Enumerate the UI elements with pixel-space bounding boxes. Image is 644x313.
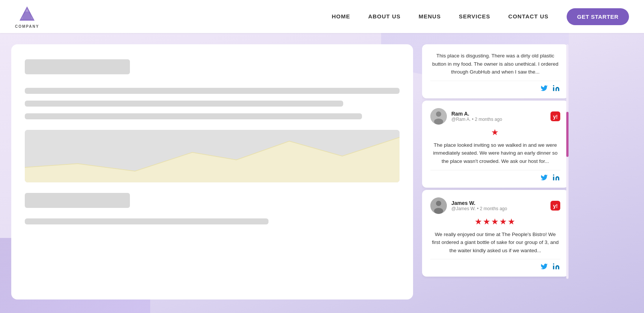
reviewer-name-2: Ram A. — [451, 111, 502, 117]
nav-item-about[interactable]: ABOUT US — [368, 13, 400, 20]
logo-label: COMPANY — [15, 24, 39, 29]
reviewer-details-3: James W. @James W. • 2 months ago — [451, 200, 507, 211]
skeleton-line-3 — [25, 113, 362, 119]
logo-icon — [18, 5, 36, 24]
twitter-icon-2[interactable] — [540, 173, 548, 182]
linkedin-icon-1[interactable] — [552, 84, 560, 92]
nav-item-contact[interactable]: CONTACT US — [508, 13, 549, 20]
review-card-1: This place is disgusting. There was a di… — [422, 44, 569, 98]
reviewer-handle-2: @Ram A. • 2 months ago — [451, 117, 502, 122]
logo[interactable]: COMPANY — [15, 5, 39, 29]
review-header-2: Ram A. @Ram A. • 2 months ago y! — [430, 108, 560, 125]
reviewer-details-2: Ram A. @Ram A. • 2 months ago — [451, 111, 502, 122]
yelp-icon-3: y! — [550, 201, 560, 211]
scroll-thumb[interactable] — [566, 112, 569, 157]
svg-point-14 — [434, 208, 443, 214]
twitter-icon-1[interactable] — [540, 84, 548, 92]
chart-svg — [25, 130, 400, 182]
nav-item-menus[interactable]: MENUS — [419, 13, 441, 20]
skeleton-title-1 — [25, 59, 130, 74]
svg-point-13 — [436, 201, 441, 206]
linkedin-icon-3[interactable] — [552, 262, 560, 271]
navbar: COMPANY HOME ABOUT US MENUS SERVICES CON… — [0, 0, 644, 33]
review-card-3: James W. @James W. • 2 months ago y! ★★★… — [422, 190, 569, 277]
scroll-track — [566, 44, 569, 279]
twitter-icon-3[interactable] — [540, 262, 548, 271]
skeleton-line-1 — [25, 88, 400, 94]
nav-item-home[interactable]: HOME — [332, 13, 350, 20]
review-text-1: This place is disgusting. There was a di… — [430, 52, 560, 76]
reviews-panel: This place is disgusting. There was a di… — [422, 44, 569, 279]
svg-text:y!: y! — [553, 114, 558, 120]
review-social-3 — [430, 259, 560, 271]
svg-point-7 — [436, 111, 441, 117]
svg-point-11 — [553, 174, 554, 175]
review-text-2: The place looked inviting so we walked i… — [430, 141, 560, 166]
reviewer-handle-3: @James W. • 2 months ago — [451, 206, 507, 211]
svg-marker-2 — [22, 12, 32, 19]
stars-2: ★ — [430, 128, 560, 137]
review-social-2 — [430, 170, 560, 182]
main-area: This place is disgusting. There was a di… — [0, 33, 644, 313]
content-card — [11, 44, 413, 299]
chart-area — [25, 130, 400, 182]
svg-text:y!: y! — [553, 203, 558, 209]
stars-3: ★★★★★ — [430, 217, 560, 227]
nav-links: HOME ABOUT US MENUS SERVICES CONTACT US — [332, 13, 548, 20]
svg-point-17 — [553, 263, 554, 265]
svg-point-8 — [434, 119, 443, 125]
review-social-1 — [430, 81, 560, 92]
review-header-3: James W. @James W. • 2 months ago y! — [430, 197, 560, 214]
reviewer-info-3: James W. @James W. • 2 months ago — [430, 197, 507, 214]
svg-point-5 — [553, 85, 554, 86]
reviewer-info-2: Ram A. @Ram A. • 2 months ago — [430, 108, 502, 125]
yelp-icon-2: y! — [550, 111, 560, 121]
skeleton-title-2 — [25, 193, 130, 208]
reviewer-name-3: James W. — [451, 200, 507, 206]
skeleton-line-4 — [25, 218, 268, 224]
get-starter-button[interactable]: GET STARTER — [567, 8, 629, 25]
review-text-3: We really enjoyed our time at The People… — [430, 230, 560, 255]
avatar-3 — [430, 197, 447, 214]
avatar-2 — [430, 108, 447, 125]
nav-item-services[interactable]: SERVICES — [459, 13, 490, 20]
review-card-2: Ram A. @Ram A. • 2 months ago y! ★ The p… — [422, 101, 569, 188]
linkedin-icon-2[interactable] — [552, 173, 560, 182]
skeleton-line-2 — [25, 101, 343, 107]
